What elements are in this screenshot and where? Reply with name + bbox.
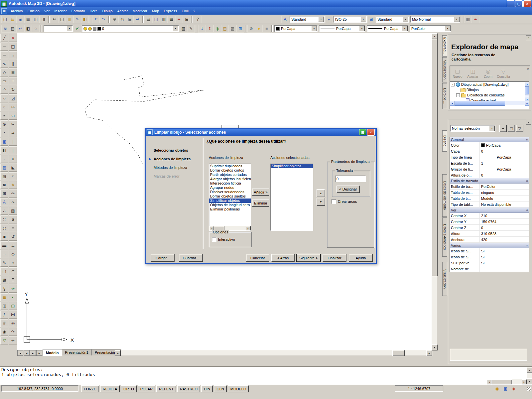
canvas-vertical-scrollbar[interactable]: ▲ ▼	[432, 33, 437, 350]
scroll-right-icon[interactable]: ►	[522, 379, 527, 384]
side-tab-visualizaci-n[interactable]: Visualización	[442, 262, 447, 296]
revcloud-icon[interactable]: ◌	[0, 103, 8, 111]
publish-icon[interactable]: ◨	[40, 16, 47, 23]
hatch-icon[interactable]: ▨	[0, 164, 8, 172]
extend-icon[interactable]: ⇒	[9, 129, 17, 137]
chevron-down-icon[interactable]: ▼	[360, 17, 366, 22]
canvas-horizontal-scrollbar[interactable]: ◄ ►	[115, 350, 432, 355]
property-row[interactable]: Estilo de tra...PorColor	[450, 184, 529, 190]
scroll-left-icon[interactable]: ◄	[115, 350, 121, 356]
gradient-icon[interactable]: ▧	[0, 172, 8, 180]
paste-icon[interactable]: ▥	[66, 16, 73, 23]
coordinates-readout[interactable]: 192.8437, 232.3781, 0.0000	[1, 385, 78, 392]
lengthen-icon[interactable]: ↤	[9, 112, 17, 120]
property-row[interactable]: Centrar Y159.9764	[450, 219, 529, 225]
chevron-down-icon[interactable]: ▼	[318, 17, 324, 22]
match-properties-icon[interactable]: ✎	[73, 16, 81, 23]
designar-button[interactable]: < Designar	[336, 186, 360, 193]
mtext-icon[interactable]: A	[0, 198, 8, 206]
freeze-icon[interactable]	[88, 27, 92, 31]
tolerance-input[interactable]	[335, 176, 366, 182]
close-icon[interactable]: ×	[367, 129, 375, 136]
vertical-scroll-thumb[interactable]	[525, 86, 529, 94]
chamfer-icon[interactable]: ◣	[9, 164, 17, 172]
resize-grip-icon[interactable]	[527, 387, 531, 391]
sheet-set-manager-icon[interactable]: ▥	[464, 16, 472, 23]
scroll-right-icon[interactable]: ►	[426, 350, 432, 356]
sheet-set-icon[interactable]: ▦	[168, 16, 175, 23]
command-line-window[interactable]: Designe objetos: 1 objetos seleccionados…	[0, 366, 532, 384]
property-row[interactable]: Icono de S...Sí	[450, 254, 529, 260]
layer-filter-combo[interactable]: ▼	[44, 25, 73, 32]
cargar-button[interactable]: Cargar...	[151, 254, 175, 262]
quickcalc-icon[interactable]: ⊞	[183, 16, 191, 23]
polyline-icon[interactable]: ∿	[0, 60, 8, 68]
plot-preview-icon[interactable]: ◫	[32, 16, 40, 23]
wizard-step-acciones-de-limpieza[interactable]: ▶Acciones de limpieza	[149, 155, 201, 163]
section-header-varios[interactable]: Varios«	[450, 243, 529, 248]
next-button[interactable]: Siguiente >	[297, 254, 321, 262]
field-icon[interactable]: ƒ	[0, 311, 8, 319]
break-icon[interactable]: ¦	[9, 138, 17, 146]
selection-combo[interactable]: No hay selección ▼	[450, 125, 495, 132]
list-item[interactable]: Objetos de longitud cero	[209, 203, 251, 207]
helix-icon[interactable]: §	[0, 285, 8, 293]
section-header-general[interactable]: General«	[450, 137, 529, 142]
layer-combo[interactable]: 0▼	[82, 25, 179, 32]
properties-palette-icon[interactable]: ▤	[145, 16, 152, 23]
region-icon[interactable]: ◙	[0, 181, 8, 189]
close-icon[interactable]: ×	[526, 35, 531, 40]
text-style-icon[interactable]: A	[281, 16, 289, 23]
property-row[interactable]: Tipo de líneaPorCapa	[450, 154, 529, 160]
collapse-chevron-icon[interactable]: «	[525, 244, 529, 246]
explode-icon[interactable]: ※	[9, 181, 17, 189]
pan-icon[interactable]: ⊕	[111, 16, 118, 23]
chevron-down-icon[interactable]: ▼	[359, 26, 365, 31]
minimize-icon[interactable]: ─	[507, 0, 514, 7]
property-row[interactable]: ColorPorCapa	[450, 142, 529, 148]
help-button[interactable]: Ayuda	[349, 254, 373, 262]
window-titlebar[interactable]: ▦ Autodesk Map 3D - [Drawing1.dwg] ─▢×	[0, 0, 532, 7]
markup-icon[interactable]: ✒	[175, 16, 183, 23]
chevron-down-icon[interactable]: ▼	[66, 26, 72, 31]
cleanup-actions-list[interactable]: Suprimir duplicadosBorrar objetos cortos…	[209, 164, 251, 231]
list-item[interactable]: Borrar objetos cortos	[209, 168, 251, 173]
named-view-icon[interactable]: ◉	[0, 328, 8, 336]
collapse-chevron-icon[interactable]: «	[525, 139, 529, 140]
workspace-combo[interactable]: Mio Normal▼	[410, 16, 460, 23]
text-edit-icon[interactable]: a	[9, 215, 17, 223]
object-data-icon[interactable]: ⊞	[236, 25, 244, 33]
layer-bulb-icon[interactable]: ●	[255, 25, 263, 33]
toggle-modelo[interactable]: MODELO	[228, 385, 249, 392]
chevron-down-icon[interactable]: ▼	[489, 126, 495, 131]
layer-match-icon[interactable]: ✎	[187, 25, 195, 33]
menu-herr[interactable]: Herr.	[87, 8, 100, 14]
property-row[interactable]: Tipo de tabl...No está disponible	[450, 201, 529, 207]
menu-acotar[interactable]: Acotar	[115, 8, 130, 14]
add-action-button[interactable]: Añadir >	[252, 189, 269, 196]
property-row[interactable]: Capa0	[450, 148, 529, 154]
side-tab-datos-extendidos[interactable]: Datos extendidos	[442, 217, 447, 257]
open-file-icon[interactable]: ▤	[9, 16, 17, 23]
ucs-tool-icon[interactable]: ⊥	[9, 241, 17, 249]
menu-map[interactable]: Map	[150, 8, 161, 14]
layer-isolate-icon[interactable]: ◧	[24, 25, 32, 33]
toggle-forzc[interactable]: FORZC	[81, 385, 99, 392]
ole-object-icon[interactable]: ◫	[0, 302, 8, 310]
cancel-button[interactable]: Cancelar	[246, 254, 269, 262]
help-icon[interactable]: ?	[194, 16, 201, 23]
make-block-icon[interactable]: ◧	[0, 146, 8, 154]
copy-clip-icon[interactable]: ◫	[58, 16, 66, 23]
zoom-button[interactable]: ◎Zoom	[481, 66, 495, 80]
map-query-library-icon[interactable]: ◎	[213, 25, 221, 33]
scroll-right-icon[interactable]: ►	[246, 226, 251, 231]
color-combo[interactable]: PorCapa▼	[274, 25, 318, 32]
layout-tab-modelo[interactable]: Modelo	[43, 349, 62, 356]
splinedit-icon[interactable]: ∾	[9, 198, 17, 206]
property-row[interactable]: Nombre de ...	[450, 266, 529, 272]
menu-civil[interactable]: Civil	[179, 8, 191, 14]
list-item[interactable]: Eliminar polilíneas	[209, 207, 251, 211]
text-style-combo[interactable]: Standard▼	[290, 16, 325, 23]
osnap-icon[interactable]: ◇	[9, 250, 17, 258]
rectangle-icon[interactable]: ▭	[0, 77, 8, 85]
